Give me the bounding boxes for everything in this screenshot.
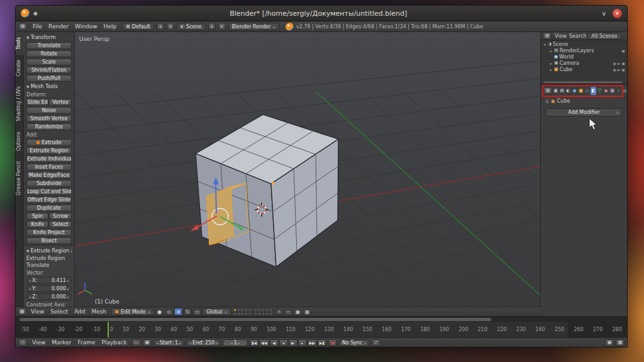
tool-button-noise[interactable]: Noise xyxy=(26,107,72,114)
jump-to-prev-keyframe-button[interactable]: ◀◀ xyxy=(259,339,269,346)
screen-layout-selector[interactable]: ▦ Default xyxy=(122,23,154,30)
layer-dot[interactable] xyxy=(237,308,240,312)
manipulator-translate-icon[interactable]: + xyxy=(174,308,182,315)
decrement-arrow-icon[interactable]: ◂ xyxy=(189,341,191,345)
layer-dot[interactable] xyxy=(254,312,257,315)
render-opengl-icon[interactable]: ▣ xyxy=(294,308,302,315)
tool-button-extrude-region[interactable]: Extrude Region xyxy=(26,147,72,154)
tool-button-select[interactable]: Select xyxy=(49,221,71,228)
timeline-scrollbar[interactable] xyxy=(19,318,491,321)
delete-layout-button[interactable]: × xyxy=(167,23,174,30)
viewport-menu-view[interactable]: View xyxy=(28,308,47,315)
layer-dot[interactable] xyxy=(233,312,236,315)
render-icon[interactable]: ▣ xyxy=(621,61,625,65)
layer-selector[interactable] xyxy=(232,308,274,315)
play-button[interactable]: ▶ xyxy=(289,339,297,346)
record-button[interactable]: ● xyxy=(328,339,337,346)
layer-dot[interactable] xyxy=(241,312,244,315)
outliner-item-renderlayers[interactable]: ▸▤RenderLayers▣ xyxy=(541,47,627,54)
menu-file[interactable]: File xyxy=(30,23,45,30)
viewport-menu-select[interactable]: Select xyxy=(47,308,71,315)
tool-button-knife-project[interactable]: Knife Project xyxy=(26,229,72,236)
shelf-tab-tools[interactable]: Tools xyxy=(16,32,24,55)
tool-button-scale[interactable]: Scale xyxy=(26,59,72,65)
outliner-item-camera[interactable]: ▸▣Camera◉►▣ xyxy=(541,60,627,66)
viewport-menu-add[interactable]: Add xyxy=(71,308,88,315)
properties-tab-render-layers[interactable]: ▤ xyxy=(559,87,565,95)
add-scene-button[interactable]: + xyxy=(208,23,216,30)
tool-button-duplicate[interactable]: Duplicate xyxy=(26,205,72,212)
outliner-tab-search[interactable]: Search xyxy=(568,33,587,39)
properties-tab-constraints[interactable]: ◇ xyxy=(584,87,590,95)
tool-button-randomize[interactable]: Randomize xyxy=(26,123,72,130)
end-frame-field[interactable]: ◂ End: 250 ▸ xyxy=(186,339,221,346)
breadcrumb-object-name[interactable]: Cube xyxy=(557,98,570,104)
jump-to-next-keyframe-button[interactable]: ▶▶ xyxy=(308,339,317,346)
layer-dot[interactable] xyxy=(254,308,257,312)
timeline-ruler[interactable]: -50-40-30-20-100102030405060708090100110… xyxy=(16,322,627,337)
tool-button-translate[interactable]: Translate xyxy=(26,42,72,49)
transform-orientation-dropdown[interactable]: Global ∨ xyxy=(203,308,231,315)
shelf-tab-create[interactable]: Create xyxy=(16,55,24,82)
timeline-menu-marker[interactable]: Marker xyxy=(48,339,74,346)
layer-dot[interactable] xyxy=(258,312,261,315)
add-modifier-dropdown[interactable]: Add Modifier ∨ xyxy=(546,108,622,116)
vector-y-field[interactable]: ◂Y:0.000▸ xyxy=(26,285,72,292)
timeline-editor-type-icon[interactable]: ◷ xyxy=(18,339,27,346)
render-engine-selector[interactable]: Blender Render ∨ xyxy=(228,23,279,30)
layer-grid[interactable] xyxy=(254,308,272,315)
timeline-menu-frame[interactable]: Frame xyxy=(74,339,98,346)
menu-render[interactable]: Render xyxy=(45,23,72,30)
properties-tab-texture[interactable]: ▩ xyxy=(609,87,615,95)
tool-button-loop-cut-and-slide[interactable]: Loop Cut and Slide xyxy=(26,188,72,195)
keyframe-insert-icon[interactable]: ▩ xyxy=(616,339,625,346)
info-editor-type-icon[interactable]: ▤ xyxy=(18,23,27,30)
layer-dot[interactable] xyxy=(237,312,240,315)
tool-button-offset-edge-slide[interactable]: Offset Edge Slide xyxy=(26,196,72,203)
lock-icon[interactable]: ▣ xyxy=(143,339,152,346)
menu-help[interactable]: Help xyxy=(101,23,120,30)
outliner-item-cube[interactable]: ▸■Cube◉►▣ xyxy=(541,66,627,72)
expander-icon[interactable]: ▾ xyxy=(543,42,547,47)
current-frame-marker[interactable] xyxy=(108,322,109,337)
timeline-menu-playback[interactable]: Playback xyxy=(99,339,130,346)
expander-icon[interactable]: ▸ xyxy=(549,67,553,72)
eye-icon[interactable]: ◉ xyxy=(613,61,616,65)
outliner-scrollbar[interactable] xyxy=(543,81,622,83)
render-opengl-anim-icon[interactable]: ▦ xyxy=(303,308,311,315)
increment-arrow-icon[interactable]: ▸ xyxy=(216,341,218,345)
audio-mute-icon[interactable]: ♪ xyxy=(372,339,380,346)
vector-z-field[interactable]: ◂Z:0.000▸ xyxy=(26,293,72,300)
tool-button-spin[interactable]: Spin xyxy=(26,213,48,220)
tool-button-extrude-individual[interactable]: Extrude Individual xyxy=(26,156,72,162)
increment-arrow-icon[interactable]: ▸ xyxy=(67,295,69,299)
properties-editor-type-icon[interactable]: ▤ xyxy=(543,87,552,94)
viewport-menu-mesh[interactable]: Mesh xyxy=(89,308,110,315)
frame-back-button[interactable]: ◂ xyxy=(279,339,288,346)
tool-button-screw[interactable]: Screw xyxy=(49,213,71,220)
tool-button-subdivide[interactable]: Subdivide xyxy=(26,180,72,187)
frame-forward-button[interactable]: ▸ xyxy=(298,339,307,346)
properties-tab-world[interactable]: ● xyxy=(572,87,577,95)
pointer-icon[interactable]: ► xyxy=(618,67,621,72)
tool-button-push-pull[interactable]: Push/Pull xyxy=(26,75,72,82)
mesh-tools-section-header[interactable]: ▼Mesh Tools xyxy=(26,84,72,89)
properties-tab-modifiers[interactable]: ◧ xyxy=(591,87,596,95)
tool-button-knife[interactable]: Knife xyxy=(26,221,48,228)
operator-panel-header[interactable]: ▼Extrude Region and xyxy=(26,248,72,254)
jump-to-start-button[interactable]: ▮◀ xyxy=(250,339,258,346)
layer-dot[interactable] xyxy=(262,308,265,312)
pin-icon[interactable]: ◆ xyxy=(33,10,38,16)
timeline[interactable]: -50-40-30-20-100102030405060708090100110… xyxy=(16,316,627,337)
transform-section-header[interactable]: ▼Transform xyxy=(26,35,72,40)
manipulator-scale-icon[interactable]: ▭ xyxy=(193,308,201,315)
tool-button-bisect[interactable]: Bisect xyxy=(26,237,72,244)
properties-tab-physics[interactable]: ◎ xyxy=(622,87,627,95)
layer-dot[interactable] xyxy=(245,312,248,315)
layer-dot[interactable] xyxy=(241,308,244,312)
current-frame-field[interactable]: ◂ 1 ▸ xyxy=(223,339,248,346)
layer-grid[interactable] xyxy=(233,308,252,315)
expander-icon[interactable]: ▸ xyxy=(549,48,553,53)
shelf-tab-shading-uvs[interactable]: Shading / UVs xyxy=(16,81,24,127)
tool-button-slide-ed[interactable]: Slide Ed xyxy=(26,99,48,106)
